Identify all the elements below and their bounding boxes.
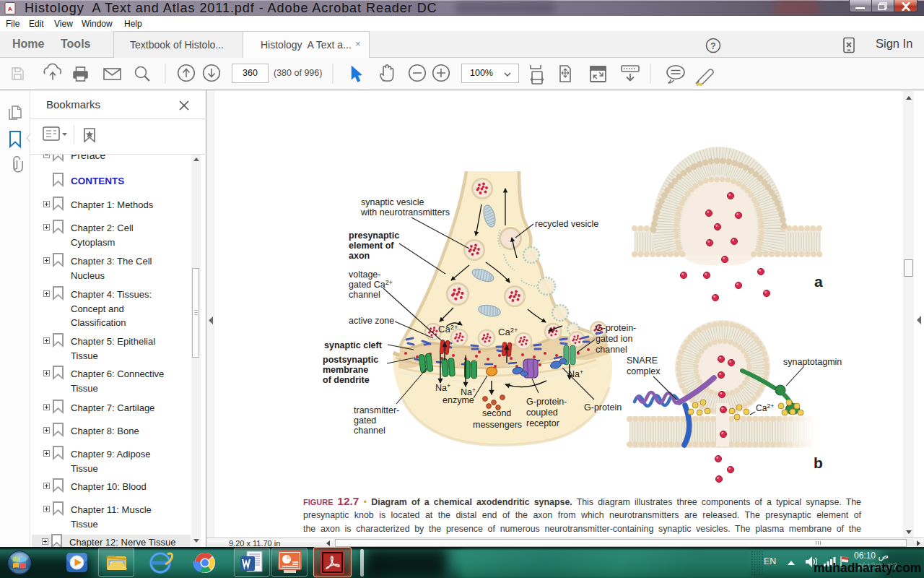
svg-text:synaptic cleft: synaptic cleft — [324, 340, 383, 350]
svg-text:second: second — [482, 408, 511, 418]
svg-text:element of: element of — [349, 241, 394, 251]
svg-text:a: a — [814, 273, 823, 290]
svg-text:complex: complex — [627, 366, 661, 376]
svg-text:gated: gated — [354, 415, 376, 426]
svg-text:enzyme: enzyme — [443, 395, 474, 405]
svg-text:receptor: receptor — [526, 418, 559, 428]
svg-text:messengers: messengers — [473, 420, 522, 430]
svg-text:axon: axon — [349, 251, 370, 261]
svg-text:recycled vesicle: recycled vesicle — [535, 219, 598, 229]
svg-text:coupled: coupled — [526, 407, 558, 418]
svg-text:synaptotagmin: synaptotagmin — [783, 357, 842, 367]
svg-text:membrane: membrane — [323, 365, 368, 375]
svg-text:synaptic vesicle: synaptic vesicle — [361, 197, 424, 207]
svg-text:with neurotransmitters: with neurotransmitters — [360, 207, 450, 217]
svg-text:channel: channel — [596, 345, 627, 355]
svg-text:presynaptic: presynaptic — [349, 230, 399, 241]
svg-text:channel: channel — [354, 426, 385, 436]
svg-text:postsynaptic: postsynaptic — [323, 355, 378, 365]
svg-text:G-protein: G-protein — [584, 402, 622, 413]
svg-text:active zone: active zone — [349, 316, 394, 326]
svg-text:gated ion: gated ion — [596, 334, 632, 344]
svg-text:G-protein-: G-protein- — [526, 397, 567, 407]
svg-text:gated Ca2+: gated Ca2+ — [349, 279, 393, 290]
svg-text:?: ? — [710, 41, 715, 51]
svg-text:b: b — [814, 454, 823, 471]
svg-text:transmitter-: transmitter- — [354, 405, 399, 415]
svg-text:of dendrite: of dendrite — [323, 375, 370, 385]
svg-text:G-protein-: G-protein- — [596, 323, 636, 333]
svg-text:A: A — [8, 6, 12, 12]
svg-text:SNARE: SNARE — [627, 355, 658, 366]
svg-text:Ca2+: Ca2+ — [756, 402, 775, 413]
svg-text:voltage-: voltage- — [349, 269, 380, 280]
svg-text:channel: channel — [349, 290, 380, 300]
